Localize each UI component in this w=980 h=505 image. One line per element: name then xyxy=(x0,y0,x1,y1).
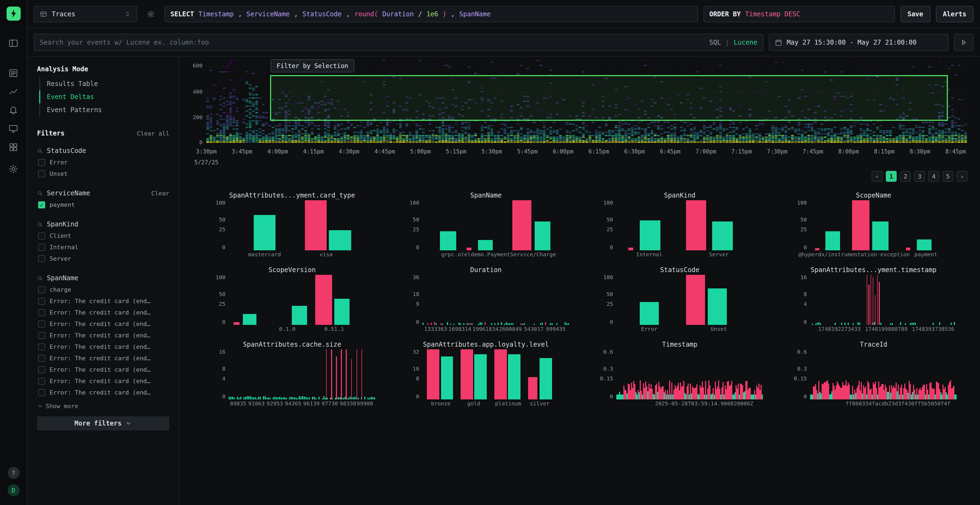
filter-by-selection-button[interactable]: Filter by Selection xyxy=(270,59,354,72)
bar xyxy=(471,323,473,325)
chart-line-icon[interactable] xyxy=(5,84,22,98)
filter-option[interactable]: Internal xyxy=(37,241,169,253)
pagination-prev[interactable]: ‹ xyxy=(872,171,883,182)
chart-plot[interactable] xyxy=(616,200,763,250)
checkbox[interactable] xyxy=(38,321,45,327)
bar xyxy=(875,381,876,399)
bar xyxy=(660,386,660,399)
bell-icon[interactable] xyxy=(5,103,22,117)
chart-plot[interactable] xyxy=(810,349,956,399)
checkbox[interactable] xyxy=(38,366,45,373)
checkbox[interactable] xyxy=(38,343,45,351)
panel-left-icon[interactable] xyxy=(5,36,22,50)
bar xyxy=(643,383,644,399)
filter-group-name[interactable]: ServiceName xyxy=(37,189,90,197)
checkbox[interactable] xyxy=(38,332,45,339)
checkbox[interactable] xyxy=(38,355,45,362)
chart-plot[interactable] xyxy=(616,275,763,325)
checkbox[interactable] xyxy=(38,159,45,166)
bar xyxy=(346,349,347,399)
alerts-button[interactable]: Alerts xyxy=(935,6,974,22)
analysis-mode-item[interactable]: Event Patterns xyxy=(39,103,169,116)
chart-plot[interactable] xyxy=(616,349,763,399)
filter-option[interactable]: Client xyxy=(37,230,169,241)
checkbox[interactable] xyxy=(38,244,45,251)
pagination-page-2[interactable]: 2 xyxy=(900,171,911,182)
checkbox[interactable] xyxy=(38,286,45,293)
mode-toggle-sql[interactable]: SQL xyxy=(709,38,721,46)
filter-option[interactable]: Error: The credit card (end… xyxy=(37,364,169,375)
checkbox[interactable] xyxy=(38,389,45,396)
filter-option[interactable]: ✓payment xyxy=(37,199,169,211)
chart-plot[interactable] xyxy=(423,275,569,325)
chart-plot[interactable] xyxy=(229,349,375,399)
filter-group-clear[interactable]: Clear xyxy=(151,190,169,197)
gear-icon[interactable] xyxy=(5,162,22,176)
sql-query-editor[interactable]: SELECT Timestamp,ServiceName,StatusCode,… xyxy=(164,6,698,22)
chart-y-tick: 0 xyxy=(403,319,419,325)
monitor-icon[interactable] xyxy=(5,121,22,135)
search-input[interactable] xyxy=(40,38,705,46)
mode-toggle-lucene[interactable]: Lucene xyxy=(733,38,757,46)
source-select[interactable]: Traces xyxy=(34,6,137,22)
chart-plot[interactable] xyxy=(423,200,569,250)
chart-plot[interactable] xyxy=(810,200,956,250)
clear-all-filters[interactable]: Clear all xyxy=(137,130,169,137)
filter-group-name[interactable]: StatusCode xyxy=(37,147,86,154)
orderby-editor[interactable]: ORDER BY Timestamp DESC xyxy=(703,6,895,22)
analysis-mode-item[interactable]: Results Table xyxy=(39,77,169,91)
filter-option[interactable]: charge xyxy=(37,284,169,295)
chart-plot[interactable] xyxy=(423,349,569,399)
chart-plot[interactable] xyxy=(229,275,375,325)
help-button[interactable]: ? xyxy=(7,467,19,479)
filter-group-name[interactable]: SpanName xyxy=(37,274,78,282)
filter-option[interactable]: Error: The credit card (end… xyxy=(37,387,169,399)
filter-option[interactable]: Error xyxy=(37,157,169,168)
filter-option[interactable]: Error: The credit card (end… xyxy=(37,330,169,341)
filter-option[interactable]: Error: The credit card (end… xyxy=(37,353,169,364)
bar xyxy=(838,383,839,399)
pagination-page-3[interactable]: 3 xyxy=(914,171,925,182)
chart-plot[interactable] xyxy=(810,275,956,325)
heatmap-x-tick: 4:15pm xyxy=(303,148,324,154)
heatmap-selection-rect[interactable] xyxy=(270,75,948,121)
bar xyxy=(301,397,302,399)
run-query-button[interactable] xyxy=(954,33,974,51)
bar xyxy=(863,385,864,399)
pagination-next[interactable]: › xyxy=(956,171,967,182)
filter-option[interactable]: Error: The credit card (end… xyxy=(37,295,169,307)
checkbox[interactable] xyxy=(38,378,45,385)
filter-option-label: Unset xyxy=(49,170,67,178)
filter-option[interactable]: Error: The credit card (end… xyxy=(37,318,169,330)
apps-icon[interactable] xyxy=(5,140,22,154)
more-filters-button[interactable]: More filters xyxy=(37,416,169,430)
bar xyxy=(653,394,654,399)
avatar[interactable]: D xyxy=(7,484,19,496)
checkbox[interactable] xyxy=(38,255,45,262)
pagination-page-5[interactable]: 5 xyxy=(942,171,953,182)
checkbox[interactable] xyxy=(38,298,45,305)
checkbox[interactable] xyxy=(38,309,45,316)
pagination-page-4[interactable]: 4 xyxy=(928,171,939,182)
filter-group-name[interactable]: SpanKind xyxy=(37,221,78,228)
logs-icon[interactable] xyxy=(5,66,22,80)
bar xyxy=(313,397,315,399)
checkbox[interactable] xyxy=(38,170,45,178)
chart-title: SpanAttributes...yment.card_type xyxy=(209,192,375,200)
filter-option[interactable]: Server xyxy=(37,253,169,264)
date-range-picker[interactable]: May 27 15:30:00 - May 27 21:00:00 xyxy=(769,33,948,51)
analysis-mode-item[interactable]: Event Deltas xyxy=(39,91,169,103)
checkbox[interactable] xyxy=(38,232,45,240)
bar xyxy=(892,323,893,325)
filter-option[interactable]: Error: The credit card (end… xyxy=(37,307,169,318)
checkbox[interactable]: ✓ xyxy=(38,201,45,208)
save-button[interactable]: Save xyxy=(900,6,930,22)
filter-option[interactable]: Error: The credit card (end… xyxy=(37,375,169,387)
show-more-filters[interactable]: Show more xyxy=(37,403,169,410)
chart-plot[interactable] xyxy=(229,200,375,250)
filter-option[interactable]: Unset xyxy=(37,168,169,179)
pagination-page-1[interactable]: 1 xyxy=(886,171,897,182)
filter-option[interactable]: Error: The credit card (end… xyxy=(37,341,169,353)
source-settings-gear-icon[interactable] xyxy=(143,6,159,22)
app-logo[interactable] xyxy=(6,6,21,21)
